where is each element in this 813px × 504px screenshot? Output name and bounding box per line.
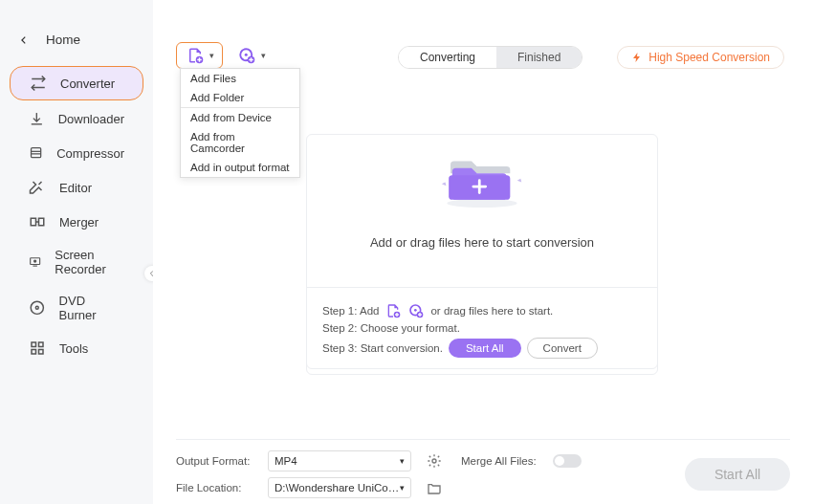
convert-button[interactable]: Convert — [527, 338, 598, 359]
merger-icon — [29, 213, 46, 230]
downloader-icon — [29, 110, 45, 127]
svg-line-16 — [39, 182, 42, 185]
step-3: Step 3: Start conversion. Start All Conv… — [322, 338, 642, 359]
sidebar-item-label: Editor — [59, 181, 92, 195]
sidebar-item-label: DVD Burner — [59, 294, 124, 322]
folder-plus-icon — [429, 139, 535, 215]
steps-panel: Step 1: Add or drag files here to start.… — [306, 287, 658, 375]
svg-rect-28 — [39, 350, 44, 355]
add-disc-icon — [236, 47, 257, 64]
dropdown-item-add-from-device[interactable]: Add from Device — [181, 108, 299, 127]
chevron-down-icon: ▾ — [209, 51, 214, 60]
dvd-burner-icon — [29, 299, 46, 317]
svg-rect-25 — [32, 342, 36, 347]
sidebar-item-compressor[interactable]: Compressor — [10, 137, 143, 169]
compressor-icon — [29, 144, 43, 162]
dropdown-item-add-from-camcorder[interactable]: Add from Camcorder — [181, 127, 299, 158]
step-1: Step 1: Add or drag files here to start. — [322, 303, 642, 318]
sidebar-item-label: Downloader — [58, 112, 124, 126]
sidebar-item-label: Compressor — [56, 146, 124, 161]
svg-point-21 — [34, 260, 36, 262]
output-format-value: MP4 — [275, 455, 297, 467]
sidebar-item-converter[interactable]: Converter — [10, 66, 143, 100]
step3-text: Step 3: Start conversion. — [322, 342, 443, 354]
high-speed-label: High Speed Conversion — [648, 51, 770, 64]
svg-rect-17 — [31, 218, 35, 226]
step-2: Step 2: Choose your format. — [322, 322, 642, 334]
sidebar: Home Converter Downloader Compressor Edi… — [0, 0, 153, 504]
svg-point-37 — [447, 199, 516, 208]
sidebar-item-screen-recorder[interactable]: Screen Recorder — [10, 240, 143, 284]
main-panel: ▾ ▾ Add Files Add Folder Add from Device… — [153, 0, 813, 504]
chevron-down-icon: ▾ — [400, 456, 405, 466]
sidebar-item-label: Tools — [59, 341, 88, 356]
dropdown-item-add-folder[interactable]: Add Folder — [181, 88, 299, 107]
step1-post: or drag files here to start. — [430, 305, 553, 317]
file-location-value: D:\Wondershare UniConverter 1 — [275, 482, 400, 493]
chevron-down-icon: ▾ — [400, 483, 405, 493]
status-tabs: Converting Finished — [398, 46, 582, 69]
sidebar-item-editor[interactable]: Editor — [10, 171, 143, 204]
dropdown-item-add-output-format[interactable]: Add in output format — [181, 158, 299, 177]
editor-icon — [29, 179, 46, 196]
svg-point-23 — [31, 301, 43, 314]
chevron-left-icon — [19, 35, 29, 45]
add-disc-icon[interactable] — [407, 303, 425, 318]
file-location-label: File Location: — [176, 482, 262, 493]
output-format-label: Output Format: — [176, 455, 262, 467]
svg-point-33 — [245, 54, 248, 56]
sidebar-item-downloader[interactable]: Downloader — [10, 102, 143, 135]
svg-rect-18 — [39, 218, 44, 226]
dropzone[interactable]: Add or drag files here to start conversi… — [306, 134, 658, 287]
screen-recorder-icon — [29, 253, 41, 271]
add-dvd-button[interactable]: ▾ — [232, 43, 270, 68]
add-file-icon — [185, 47, 206, 64]
add-file-dropdown: Add Files Add Folder Add from Device Add… — [180, 68, 300, 178]
svg-rect-13 — [32, 148, 41, 158]
start-all-button[interactable]: Start All — [449, 339, 521, 358]
sidebar-item-dvd-burner[interactable]: DVD Burner — [10, 286, 143, 330]
gear-icon[interactable] — [427, 453, 442, 469]
home-label: Home — [46, 33, 80, 47]
home-nav[interactable]: Home — [0, 25, 153, 55]
add-file-icon[interactable] — [385, 303, 402, 318]
lightning-icon — [631, 52, 643, 63]
add-file-button[interactable]: ▾ — [176, 42, 223, 69]
svg-point-24 — [35, 307, 38, 310]
tab-finished[interactable]: Finished — [496, 47, 582, 68]
svg-point-48 — [432, 459, 436, 463]
tab-converting[interactable]: Converting — [399, 47, 496, 68]
merge-label: Merge All Files: — [461, 455, 547, 467]
sidebar-item-tools[interactable]: Tools — [10, 332, 143, 364]
dropzone-caption: Add or drag files here to start conversi… — [306, 235, 658, 250]
tools-icon — [29, 340, 46, 357]
sidebar-item-label: Merger — [59, 215, 99, 230]
dropdown-item-add-files[interactable]: Add Files — [181, 69, 299, 88]
output-format-select[interactable]: MP4 ▾ — [268, 450, 411, 471]
high-speed-chip[interactable]: High Speed Conversion — [617, 46, 784, 69]
merge-toggle[interactable] — [553, 454, 582, 468]
converter-icon — [30, 75, 47, 92]
bottombar: Output Format: MP4 ▾ Merge All Files: Fi… — [176, 439, 790, 493]
step1-pre: Step 1: Add — [322, 305, 379, 317]
toolbar: ▾ ▾ — [176, 42, 270, 69]
svg-rect-27 — [32, 350, 36, 355]
start-all-main-button[interactable]: Start All — [685, 458, 790, 491]
open-folder-icon[interactable] — [427, 480, 442, 495]
chevron-down-icon: ▾ — [261, 51, 266, 60]
file-location-select[interactable]: D:\Wondershare UniConverter 1 ▾ — [268, 477, 411, 498]
sidebar-item-label: Converter — [60, 77, 115, 91]
svg-rect-26 — [39, 342, 44, 347]
sidebar-item-merger[interactable]: Merger — [10, 206, 143, 238]
step2-text: Step 2: Choose your format. — [322, 322, 460, 334]
sidebar-item-label: Screen Recorder — [55, 248, 124, 276]
svg-point-44 — [414, 309, 417, 312]
